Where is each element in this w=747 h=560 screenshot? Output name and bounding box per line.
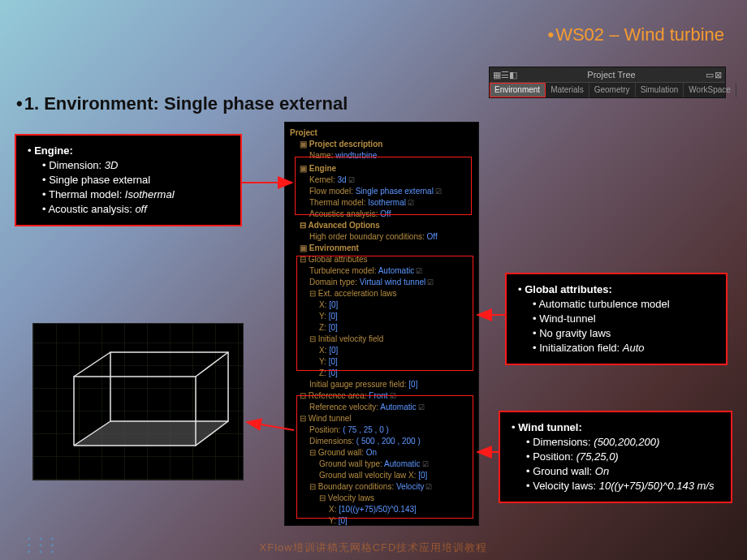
project-tree-tabs: Environment Materials Geometry Simulatio… xyxy=(490,82,725,97)
footer: XFlow培训讲稿无网格CFD技术应用培训教程 xyxy=(0,541,747,555)
callout-wt-l3: Ground wall: On xyxy=(512,464,719,479)
callout-wt-l4: Velocity laws: 10((y+75)/50)^0.143 m/s xyxy=(512,479,719,493)
svg-marker-0 xyxy=(74,421,228,446)
window-icons-left: ▦☰◧ xyxy=(493,70,517,80)
callout-engine-title: Engine: xyxy=(28,144,229,158)
tab-simulation[interactable]: Simulation xyxy=(636,83,684,97)
project-tree-titlebar: ▦☰◧ Project Tree ▭⊠ xyxy=(490,67,725,82)
project-tree-title: Project Tree xyxy=(517,70,706,80)
callout-global-l3: No gravity laws xyxy=(518,326,715,341)
redbox-windtunnel xyxy=(296,395,473,519)
heading: •1. Environment: Single phase external xyxy=(16,93,348,114)
callout-engine-l1: Dimension: 3D xyxy=(28,158,229,173)
callout-engine-l4: Acoustic analysis: off xyxy=(28,202,229,217)
svg-line-1 xyxy=(74,352,110,377)
heading-text: 1. Environment: Single phase external xyxy=(24,93,348,114)
pin-icon[interactable]: ◧ xyxy=(509,70,517,80)
window-icons-right: ▭⊠ xyxy=(706,70,722,80)
close-icon[interactable]: ⊠ xyxy=(714,70,722,80)
node-advanced-options[interactable]: ⊟ Advanced Options xyxy=(288,220,475,231)
callout-wt-l2: Position: (75,25,0) xyxy=(512,450,719,464)
callout-engine: Engine: Dimension: 3D Single phase exter… xyxy=(15,134,242,226)
callout-engine-l3: Thermal model: Isothermal xyxy=(28,187,229,202)
layers-icon[interactable]: ☰ xyxy=(501,70,509,80)
callout-global: Global attributes: Automatic turbulence … xyxy=(505,273,728,365)
project-tree-window: ▦☰◧ Project Tree ▭⊠ Environment Material… xyxy=(489,67,726,98)
corner-dots: ▪ ▪ ▪▪ ▪ ▪▪ ▪ ▪ xyxy=(28,536,57,555)
project-tree-listing: Project ▣ Project description Name: wind… xyxy=(284,122,479,526)
tab-geometry[interactable]: Geometry xyxy=(589,83,636,97)
tab-workspace[interactable]: WorkSpace xyxy=(684,83,736,97)
tab-environment[interactable]: Environment xyxy=(490,83,546,97)
callout-global-l4: Initialization field: Auto xyxy=(518,341,715,355)
tab-materials[interactable]: Materials xyxy=(546,83,589,97)
svg-line-2 xyxy=(196,352,228,377)
minimize-icon[interactable]: ▭ xyxy=(706,70,714,80)
callout-wt-l1: Dimensions: (500,200,200) xyxy=(512,435,719,450)
slide-title: •WS02 – Wind turbine xyxy=(547,24,724,45)
slide-title-text: WS02 – Wind turbine xyxy=(555,24,724,45)
node-environment[interactable]: ▣ Environment xyxy=(288,243,475,254)
node-project-description[interactable]: ▣ Project description xyxy=(288,139,475,150)
redbox-global xyxy=(296,256,473,371)
node-initial-gauge-pressure[interactable]: Initial gauge pressure field: [0] xyxy=(288,379,475,390)
callout-global-title: Global attributes: xyxy=(518,282,715,297)
callout-global-l2: Wind-tunnel xyxy=(518,312,715,326)
node-project[interactable]: Project xyxy=(288,127,475,139)
callout-wt-title: Wind tunnel: xyxy=(512,420,719,435)
redbox-engine xyxy=(295,157,472,215)
grid-icon[interactable]: ▦ xyxy=(493,70,501,80)
callout-windtunnel: Wind tunnel: Dimensions: (500,200,200) P… xyxy=(499,411,732,503)
wireframe-box-icon xyxy=(33,324,244,481)
callout-global-l1: Automatic turbulence model xyxy=(518,297,715,312)
node-high-order-bc[interactable]: High order boundary conditions: Off xyxy=(288,231,475,243)
viewport-3d xyxy=(32,323,244,480)
callout-engine-l2: Single phase external xyxy=(28,173,229,187)
